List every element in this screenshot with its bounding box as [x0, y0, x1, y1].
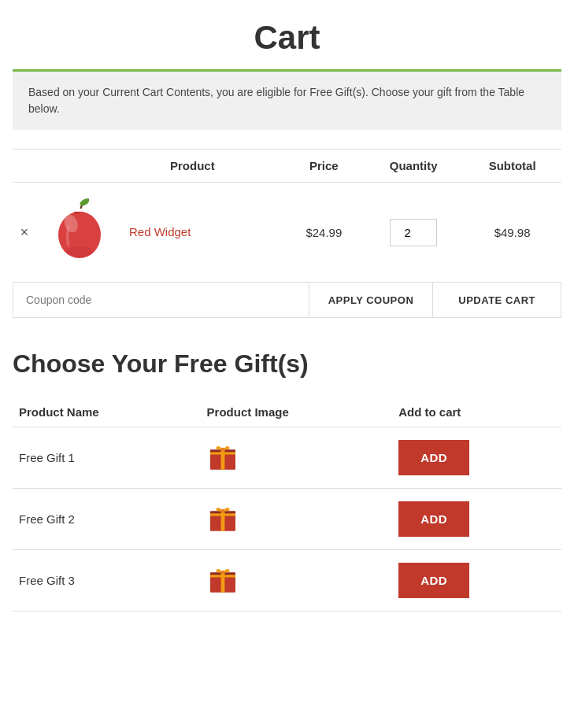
product-link[interactable]: Red Widget: [129, 225, 191, 238]
cart-actions: APPLY COUPON UPDATE CART: [13, 283, 561, 318]
list-item: Free Gift 3 ADD: [13, 550, 561, 612]
add-to-cart-2[interactable]: ADD: [392, 489, 561, 550]
svg-rect-17: [210, 575, 235, 577]
gift-box-icon: [207, 502, 239, 534]
price-cell: $24.99: [284, 183, 365, 283]
svg-rect-12: [210, 513, 235, 516]
list-item: Free Gift 1 ADD: [13, 427, 561, 489]
gift-box-icon: [207, 441, 239, 472]
add-to-cart-1[interactable]: ADD: [392, 427, 561, 489]
svg-rect-7: [210, 452, 235, 454]
update-cart-button[interactable]: UPDATE CART: [433, 283, 561, 317]
coupon-input[interactable]: [13, 283, 309, 317]
gift-box-icon: [207, 564, 239, 595]
cart-table-wrapper: Product Price Quantity Subtotal ×: [13, 149, 561, 283]
notice-text: Based on your Current Cart Contents, you…: [28, 86, 524, 115]
page-title: Cart: [0, 0, 574, 69]
col-gift-image: Product Image: [201, 397, 393, 427]
remove-item-button[interactable]: ×: [13, 183, 36, 283]
col-remove: [13, 150, 36, 183]
add-gift-1-button[interactable]: ADD: [398, 440, 469, 475]
col-price: Price: [284, 150, 365, 183]
notice-banner: Based on your Current Cart Contents, you…: [13, 72, 561, 130]
gift-image-1: [201, 427, 393, 489]
cart-table: Product Price Quantity Subtotal ×: [13, 149, 561, 283]
svg-point-13: [220, 509, 224, 513]
product-image-cell: [36, 183, 123, 283]
add-gift-3-button[interactable]: ADD: [398, 563, 469, 598]
svg-point-3: [67, 246, 92, 257]
product-name-cell: Red Widget: [123, 183, 284, 283]
svg-point-8: [220, 448, 224, 452]
apply-coupon-button[interactable]: APPLY COUPON: [309, 283, 434, 317]
gift-name-1: Free Gift 1: [13, 427, 201, 489]
col-product: Product: [123, 150, 284, 183]
gift-name-2: Free Gift 2: [13, 489, 201, 550]
gift-image-2: [201, 489, 393, 550]
gift-image-3: [201, 550, 393, 612]
svg-point-18: [220, 571, 224, 575]
add-gift-2-button[interactable]: ADD: [398, 501, 469, 537]
col-quantity: Quantity: [364, 150, 463, 183]
quantity-input[interactable]: [390, 219, 437, 246]
free-gifts-section: Choose Your Free Gift(s) Product Name Pr…: [13, 349, 561, 612]
apple-icon: [44, 195, 115, 266]
gift-name-3: Free Gift 3: [13, 550, 201, 612]
subtotal-cell: $49.98: [463, 183, 561, 283]
add-to-cart-3[interactable]: ADD: [392, 550, 561, 612]
quantity-cell[interactable]: [364, 183, 463, 283]
table-row: ×: [13, 183, 561, 283]
gifts-table: Product Name Product Image Add to cart F…: [13, 397, 561, 612]
col-subtotal: Subtotal: [463, 150, 561, 183]
col-gift-name: Product Name: [13, 397, 201, 427]
free-gifts-title: Choose Your Free Gift(s): [13, 349, 561, 379]
list-item: Free Gift 2 ADD: [13, 489, 561, 550]
col-image: [36, 150, 123, 183]
col-add-to-cart: Add to cart: [392, 397, 561, 427]
